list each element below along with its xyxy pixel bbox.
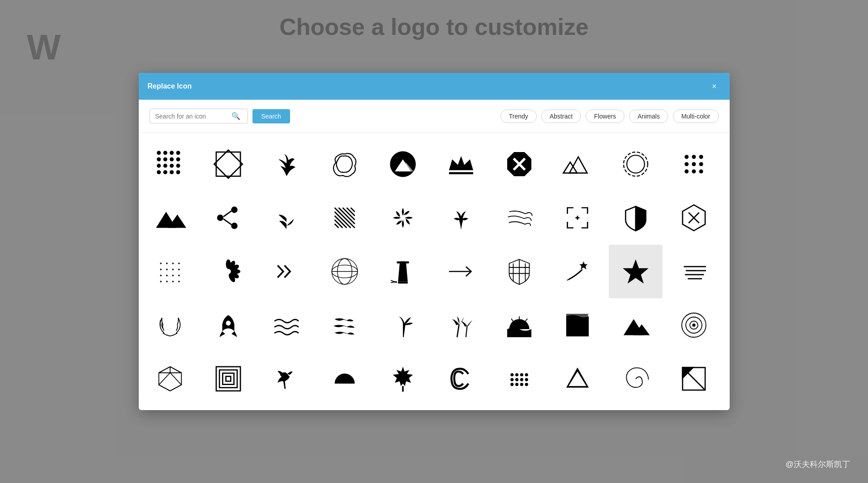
svg-point-150	[510, 378, 513, 381]
filter-trendy[interactable]: Trendy	[500, 110, 537, 123]
svg-line-128	[158, 367, 170, 373]
icon-sunrise[interactable]	[318, 352, 372, 406]
icon-diagonal-lines[interactable]	[318, 191, 372, 245]
icon-nodes[interactable]	[201, 191, 255, 245]
filter-animals[interactable]: Animals	[629, 110, 668, 123]
svg-line-141	[336, 371, 338, 374]
icon-corner-square[interactable]	[667, 352, 721, 406]
svg-point-147	[515, 373, 518, 376]
svg-point-28	[692, 155, 696, 159]
svg-point-146	[510, 373, 513, 376]
svg-point-33	[684, 169, 688, 174]
icon-arrow-right[interactable]	[434, 245, 488, 298]
search-input[interactable]	[155, 113, 231, 120]
icon-crown[interactable]	[434, 137, 488, 191]
icon-target-circle[interactable]	[667, 298, 721, 352]
icon-palm-trees[interactable]	[434, 298, 488, 352]
icon-nested-squares[interactable]	[201, 352, 255, 406]
svg-point-26	[627, 155, 645, 173]
icon-c-letter[interactable]	[434, 352, 488, 406]
icon-double-chevron[interactable]	[260, 245, 313, 298]
svg-point-7	[176, 157, 180, 161]
icon-botanical-branch[interactable]	[260, 137, 313, 191]
svg-point-10	[170, 164, 174, 168]
icon-palm-leaf[interactable]	[376, 298, 430, 352]
icon-star[interactable]	[609, 245, 663, 298]
svg-point-30	[684, 162, 688, 166]
icon-hexagon-gem[interactable]	[143, 352, 197, 406]
svg-rect-139	[226, 377, 231, 381]
search-button[interactable]: Search	[252, 109, 290, 123]
icon-sketch-lines[interactable]	[492, 191, 546, 245]
svg-point-12	[157, 170, 161, 174]
icon-leaf-branch[interactable]	[260, 191, 313, 245]
svg-point-31	[692, 162, 696, 166]
icon-triangle-mountains[interactable]	[551, 137, 604, 191]
icon-hexagon-x[interactable]	[667, 191, 721, 245]
icon-spiral[interactable]	[609, 352, 663, 406]
modal-overlay: Replace Icon × 🔍 Search Trendy Abstract …	[0, 0, 868, 483]
modal-header: Replace Icon ×	[139, 73, 730, 100]
filter-tags: Trendy Abstract Flowers Animals Multi-co…	[500, 110, 719, 123]
svg-point-157	[525, 383, 528, 386]
filter-abstract[interactable]: Abstract	[541, 110, 581, 123]
icon-rocket[interactable]	[201, 298, 255, 352]
icon-maple-leaf[interactable]	[376, 352, 430, 406]
icon-asterisk-flower[interactable]	[201, 245, 255, 298]
icon-focus-frame[interactable]	[551, 191, 604, 245]
icon-waves[interactable]	[260, 298, 313, 352]
icon-brush-strokes[interactable]	[318, 298, 372, 352]
svg-point-34	[692, 169, 696, 174]
icon-floral-wreath[interactable]	[376, 191, 430, 245]
icon-seal-stamp[interactable]	[609, 137, 663, 191]
icon-dots-grid[interactable]	[667, 137, 721, 191]
icon-shield-mesh[interactable]	[492, 245, 546, 298]
svg-point-15	[176, 170, 180, 174]
icon-x-octagon[interactable]	[492, 137, 546, 191]
svg-point-14	[170, 170, 174, 174]
svg-rect-138	[222, 373, 234, 384]
icon-shield-half[interactable]	[609, 191, 663, 245]
icon-fabric-swatch[interactable]	[551, 298, 604, 352]
svg-point-156	[520, 383, 523, 386]
svg-point-1	[163, 151, 167, 155]
icon-dot-grid[interactable]	[492, 352, 546, 406]
icon-impossible-triangle[interactable]	[551, 352, 604, 406]
close-button[interactable]: ×	[708, 80, 721, 93]
icon-lighthouse[interactable]	[376, 245, 430, 298]
svg-point-154	[510, 383, 513, 386]
svg-point-32	[699, 162, 703, 166]
icon-shooting-star[interactable]	[551, 245, 604, 298]
svg-rect-16	[216, 152, 240, 176]
svg-point-149	[525, 373, 528, 376]
svg-line-51	[334, 224, 338, 228]
filter-flowers[interactable]: Flowers	[586, 110, 624, 123]
svg-line-42	[223, 219, 231, 225]
svg-point-29	[699, 155, 703, 159]
icon-dots-pattern[interactable]	[143, 137, 197, 191]
icon-laurel-wreath[interactable]	[143, 298, 197, 352]
svg-point-5	[163, 157, 167, 161]
icon-sphere-grid[interactable]	[318, 245, 372, 298]
icon-scribble-blob[interactable]	[318, 137, 372, 191]
icon-sunrise-sea[interactable]	[492, 298, 546, 352]
icon-cross-pattern[interactable]	[143, 245, 197, 298]
icon-mountain-range[interactable]	[143, 191, 197, 245]
svg-line-47	[351, 208, 355, 212]
search-icon: 🔍	[231, 112, 240, 120]
svg-point-27	[684, 155, 688, 159]
filter-multicolor[interactable]: Multi-color	[673, 110, 719, 123]
icon-mountain-peaks[interactable]	[609, 298, 663, 352]
icon-geometric-diamond[interactable]	[201, 137, 255, 191]
svg-point-13	[163, 170, 167, 174]
svg-line-117	[466, 326, 467, 337]
icon-botanical-sprig[interactable]	[434, 191, 488, 245]
svg-line-41	[223, 211, 231, 217]
icon-speed-lines[interactable]	[667, 245, 721, 298]
svg-point-4	[157, 157, 161, 161]
svg-line-119	[511, 319, 513, 322]
svg-point-11	[176, 164, 180, 168]
svg-point-38	[217, 215, 223, 221]
icon-mountain-circle[interactable]	[376, 137, 430, 191]
icon-bird[interactable]	[260, 352, 313, 406]
